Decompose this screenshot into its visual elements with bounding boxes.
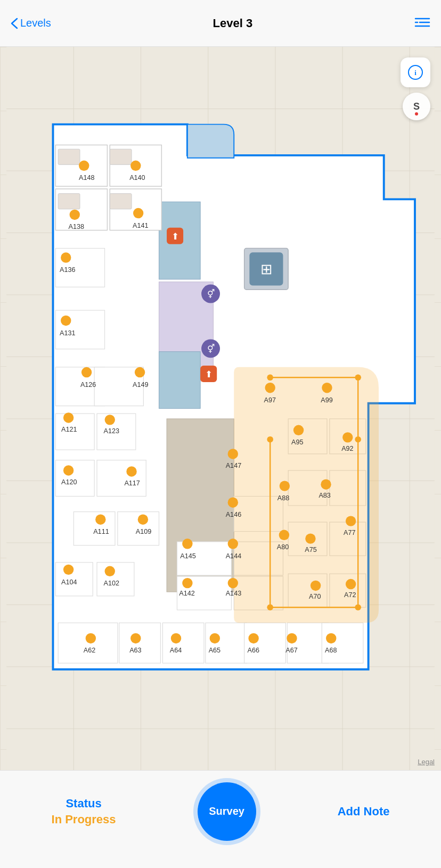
svg-text:A92: A92 [341,445,353,452]
svg-point-82 [355,374,361,381]
add-note-label: Add Note [338,805,390,818]
svg-rect-44 [110,194,132,209]
svg-point-157 [171,633,181,643]
svg-text:A68: A68 [325,647,337,654]
svg-point-91 [70,210,80,220]
svg-point-163 [287,633,297,643]
svg-point-87 [79,161,89,171]
info-button[interactable]: i [401,57,430,87]
svg-text:A64: A64 [170,647,182,654]
back-label: Levels [20,17,51,29]
svg-point-129 [182,578,192,588]
svg-rect-57 [58,623,118,663]
svg-point-89 [130,161,141,171]
svg-text:A148: A148 [79,174,94,181]
svg-text:A65: A65 [209,647,220,654]
svg-text:⊞: ⊞ [260,261,273,277]
svg-point-165 [326,633,336,643]
chevron-left-icon [11,18,18,29]
svg-point-99 [81,367,92,377]
survey-label: Survey [209,805,244,817]
svg-text:A97: A97 [264,396,276,404]
svg-point-125 [228,539,238,549]
svg-text:⚥: ⚥ [207,344,215,353]
svg-text:A77: A77 [344,529,355,536]
svg-text:A72: A72 [344,591,356,599]
svg-point-153 [86,633,96,643]
svg-text:A66: A66 [247,647,259,654]
svg-rect-43 [58,194,80,209]
svg-point-101 [135,367,145,377]
svg-point-143 [279,530,289,540]
svg-text:A67: A67 [285,647,297,654]
svg-rect-56 [97,563,134,596]
svg-point-131 [265,383,275,393]
list-icon [414,16,430,28]
svg-point-111 [95,514,105,524]
status-section: Status In Progress [52,797,116,826]
svg-text:A136: A136 [60,266,75,274]
svg-point-137 [342,432,353,442]
svg-text:A140: A140 [129,174,145,181]
svg-text:A142: A142 [179,590,194,597]
svg-point-115 [63,565,74,575]
status-label: Status [66,797,101,811]
legal-link[interactable]: Legal [418,758,435,766]
add-note-button[interactable]: Add Note [338,805,390,819]
svg-rect-61 [244,623,286,663]
floor-plan: ⊞ ⬆ ⬆ ⚥ ⚥ [0,47,441,770]
svg-text:A149: A149 [133,381,148,388]
status-value: In Progress [52,813,116,826]
svg-point-86 [267,604,273,610]
svg-point-151 [346,579,356,589]
back-button[interactable]: Levels [11,17,51,29]
compass-label: S [413,101,420,112]
svg-text:A121: A121 [61,426,77,433]
compass-north-dot [415,112,418,115]
svg-rect-59 [162,623,204,663]
svg-point-123 [182,539,192,549]
svg-text:A62: A62 [84,647,95,654]
svg-point-81 [267,374,273,381]
svg-text:A143: A143 [226,590,241,597]
compass: S [403,93,430,120]
svg-text:A141: A141 [133,222,148,229]
svg-text:A102: A102 [104,580,119,587]
svg-text:A126: A126 [80,381,96,388]
svg-rect-63 [322,623,363,663]
svg-text:A70: A70 [309,593,321,600]
bottom-bar: Status In Progress Survey Add Note [0,770,441,868]
svg-point-141 [321,479,331,489]
svg-text:A111: A111 [93,528,109,535]
svg-text:A123: A123 [104,427,119,435]
svg-rect-58 [119,623,161,663]
svg-text:A83: A83 [318,492,330,499]
svg-point-145 [305,533,315,543]
svg-text:A147: A147 [226,462,241,469]
svg-point-121 [228,497,238,507]
info-icon: i [407,64,424,81]
survey-button[interactable]: Survey [198,782,256,841]
svg-point-159 [210,633,220,643]
map-container[interactable]: ⊞ ⬆ ⬆ ⚥ ⚥ [0,47,441,770]
svg-point-85 [355,604,361,610]
svg-point-109 [126,466,136,476]
svg-point-155 [130,633,141,643]
svg-text:A104: A104 [61,578,77,586]
svg-text:A109: A109 [136,528,151,535]
svg-text:A145: A145 [180,552,195,560]
svg-text:A120: A120 [61,478,77,486]
svg-rect-42 [110,149,132,164]
svg-point-84 [267,436,273,443]
svg-point-83 [355,436,361,443]
svg-text:A117: A117 [124,480,140,487]
svg-text:A80: A80 [277,543,289,551]
svg-point-105 [105,415,115,425]
svg-text:A138: A138 [69,223,84,230]
svg-point-113 [138,514,148,524]
svg-text:A99: A99 [321,396,332,404]
svg-text:A88: A88 [277,494,289,502]
svg-point-149 [311,581,321,591]
svg-point-133 [322,383,332,393]
menu-button[interactable] [414,16,430,30]
